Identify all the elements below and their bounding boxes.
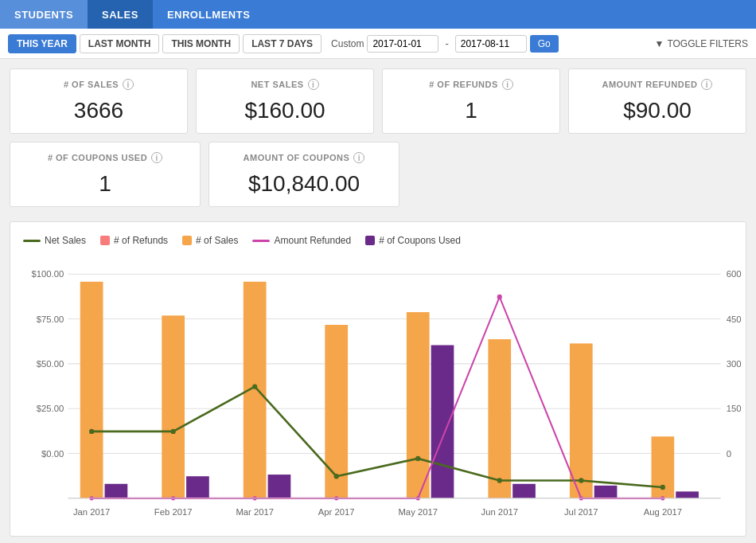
bar-apr-sales (325, 325, 348, 498)
svg-text:$50.00: $50.00 (37, 359, 64, 369)
stat-value-amount-refunded: $90.00 (582, 98, 733, 123)
svg-text:150: 150 (727, 404, 742, 413)
legend-label-coupons-used: # of Coupons Used (379, 235, 461, 246)
start-date-input[interactable] (367, 35, 438, 53)
dot-net-sales-jan (89, 429, 94, 434)
info-icon-coupons-used[interactable]: i (151, 152, 162, 163)
svg-text:Aug 2017: Aug 2017 (644, 507, 682, 517)
filter-bar: THIS YEAR LAST MONTH THIS MONTH LAST 7 D… (0, 29, 756, 59)
stat-card-refunds: # OF REFUNDS i 1 (382, 68, 560, 134)
stat-label-net-sales: NET SALES i (209, 79, 360, 90)
bar-may-coupons (431, 346, 454, 498)
bar-feb-coupons (186, 476, 209, 498)
bar-jan-sales (80, 282, 103, 498)
top-navigation: STUDENTS SALES ENROLLMENTS (0, 0, 756, 29)
svg-text:$25.00: $25.00 (37, 404, 64, 413)
legend-line-net-sales (23, 240, 41, 242)
svg-text:Feb 2017: Feb 2017 (154, 507, 193, 517)
bar-jun-coupons (512, 484, 536, 498)
stat-value-sales: 3666 (23, 98, 174, 123)
svg-text:Jan 2017: Jan 2017 (73, 507, 110, 517)
bar-jul-sales (570, 343, 593, 498)
svg-text:$75.00: $75.00 (37, 314, 64, 324)
svg-text:Jul 2017: Jul 2017 (564, 507, 598, 517)
stats-row-2: # OF COUPONS USED i 1 AMOUNT OF COUPONS … (10, 142, 746, 207)
filter-this-year[interactable]: THIS YEAR (8, 34, 76, 53)
bar-mar-coupons (268, 475, 291, 498)
bar-jun-sales (488, 339, 511, 498)
svg-text:Mar 2017: Mar 2017 (236, 507, 274, 517)
stat-value-coupons-used: 1 (23, 171, 187, 197)
svg-text:Apr 2017: Apr 2017 (318, 507, 355, 517)
legend-bar-sales (182, 236, 192, 245)
svg-text:450: 450 (727, 314, 742, 324)
bar-jan-coupons (105, 484, 128, 498)
chart-container: $100.00 $75.00 $50.00 $25.00 $0.00 600 4… (23, 257, 733, 528)
stat-label-amount-refunded: AMOUNT REFUNDED i (582, 79, 733, 90)
end-date-input[interactable] (455, 35, 527, 53)
info-icon-sales[interactable]: i (123, 79, 134, 90)
chart-area: Net Sales # of Refunds # of Sales Amount… (10, 221, 746, 537)
go-button[interactable]: Go (530, 35, 559, 53)
info-icon-refunds[interactable]: i (502, 79, 513, 90)
stat-card-coupons-used: # OF COUPONS USED i 1 (10, 142, 201, 207)
stat-label-refunds: # OF REFUNDS i (396, 79, 547, 90)
nav-tab-students[interactable]: STUDENTS (0, 0, 88, 29)
chart-legend: Net Sales # of Refunds # of Sales Amount… (23, 235, 733, 246)
svg-text:0: 0 (727, 449, 731, 459)
stats-area: # OF SALES i 3666 NET SALES i $160.00 # … (0, 59, 756, 221)
stat-value-refunds: 1 (396, 98, 547, 123)
bar-may-sales (407, 312, 430, 498)
stat-value-net-sales: $160.00 (209, 98, 360, 123)
dot-net-sales-apr (334, 474, 339, 479)
dot-net-sales-aug (661, 485, 665, 490)
stats-row-1: # OF SALES i 3666 NET SALES i $160.00 # … (10, 68, 746, 134)
legend-label-net-sales: Net Sales (45, 235, 86, 246)
nav-tab-enrollments[interactable]: ENROLLMENTS (153, 0, 264, 29)
legend-coupons-used: # of Coupons Used (365, 235, 461, 246)
custom-label: Custom (331, 38, 364, 49)
info-icon-amount-coupons[interactable]: i (353, 152, 364, 163)
bar-feb-sales (162, 315, 185, 498)
stat-value-amount-coupons: $10,840.00 (222, 171, 386, 197)
legend-line-amount-refunded (252, 240, 270, 242)
filter-icon: ▼ (655, 38, 664, 49)
filter-last-month[interactable]: LAST MONTH (80, 34, 160, 53)
legend-refunds: # of Refunds (100, 235, 168, 246)
bar-jul-coupons (594, 486, 618, 498)
toggle-filters-button[interactable]: ▼ TOGGLE FILTERS (655, 38, 748, 49)
svg-text:Jun 2017: Jun 2017 (481, 507, 518, 517)
stat-label-amount-coupons: AMOUNT OF COUPONS i (222, 152, 386, 163)
legend-net-sales: Net Sales (23, 235, 86, 246)
stat-card-net-sales: NET SALES i $160.00 (196, 68, 374, 134)
bar-aug-coupons (676, 491, 699, 498)
dot-net-sales-jun (497, 478, 502, 482)
stat-card-amount-coupons: AMOUNT OF COUPONS i $10,840.00 (208, 142, 399, 207)
svg-text:$100.00: $100.00 (32, 269, 64, 279)
svg-text:600: 600 (727, 269, 742, 279)
info-icon-amount-refunded[interactable]: i (701, 79, 712, 90)
dot-net-sales-feb (171, 429, 176, 434)
legend-label-amount-refunded: Amount Refunded (274, 235, 351, 246)
legend-bar-coupons-used (365, 236, 375, 245)
filter-last-7-days[interactable]: LAST 7 DAYS (243, 34, 321, 53)
toggle-filters-label: TOGGLE FILTERS (667, 38, 748, 49)
legend-bar-refunds (100, 236, 110, 245)
stat-card-sales: # OF SALES i 3666 (10, 68, 188, 134)
dot-net-sales-may (415, 456, 420, 461)
svg-text:$0.00: $0.00 (41, 449, 64, 459)
dot-refunded-jun (497, 295, 502, 299)
dot-net-sales-mar (252, 384, 257, 389)
stat-label-coupons-used: # OF COUPONS USED i (23, 152, 187, 163)
legend-sales: # of Sales (182, 235, 238, 246)
legend-label-sales: # of Sales (196, 235, 238, 246)
info-icon-net-sales[interactable]: i (308, 79, 319, 90)
dot-net-sales-jul (579, 478, 583, 482)
svg-text:300: 300 (727, 359, 742, 369)
filter-this-month[interactable]: THIS MONTH (162, 34, 240, 53)
nav-tab-sales[interactable]: SALES (88, 0, 153, 29)
legend-label-refunds: # of Refunds (114, 235, 168, 246)
date-separator: - (445, 37, 448, 49)
stat-label-sales: # OF SALES i (23, 79, 174, 90)
chart-svg: $100.00 $75.00 $50.00 $25.00 $0.00 600 4… (23, 257, 733, 528)
